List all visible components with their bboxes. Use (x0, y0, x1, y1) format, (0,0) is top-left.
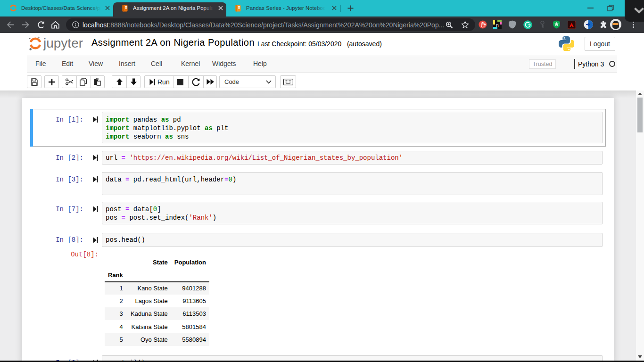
svg-text:n: n (496, 23, 499, 28)
